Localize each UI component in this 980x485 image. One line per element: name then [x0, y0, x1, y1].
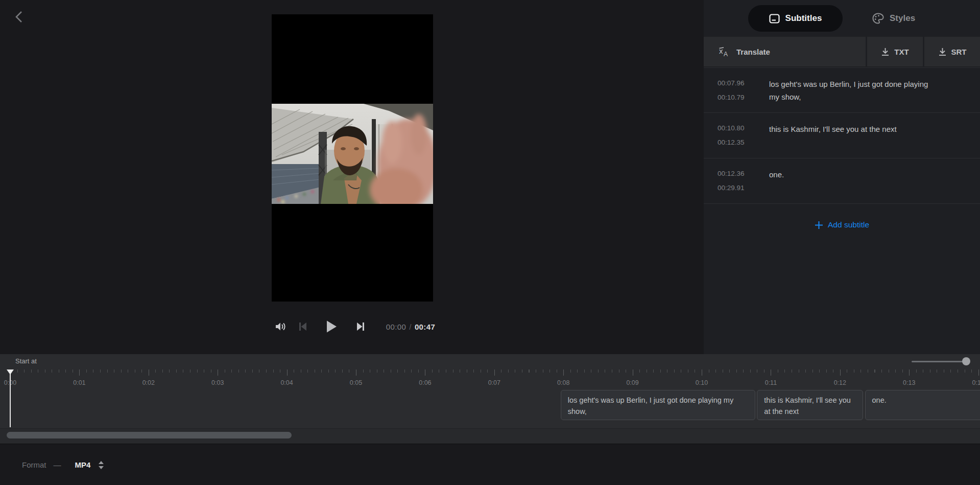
video-preview[interactable] [272, 14, 433, 302]
tab-styles[interactable]: Styles [867, 5, 920, 32]
tab-styles-label: Styles [890, 13, 915, 24]
skip-forward-icon [355, 321, 366, 332]
format-label: Format [22, 460, 46, 469]
subtitle-text[interactable]: one. [769, 168, 938, 181]
chevron-left-icon [14, 10, 23, 24]
subtitle-end: 00:12.35 [718, 135, 758, 150]
play-button[interactable] [324, 317, 339, 336]
subtitle-end: 00:10.79 [718, 90, 758, 105]
volume-button[interactable] [274, 317, 287, 336]
translate-icon: x A [719, 46, 730, 57]
timeline: Start at 0:000:010:020:030:040:050:060:0… [0, 354, 980, 444]
video-frame [272, 104, 433, 204]
subtitle-end: 00:29.91 [718, 181, 758, 195]
ruler-major-tick [494, 369, 495, 376]
panel-tabs: Subtitles Styles [704, 0, 980, 37]
ruler-major-tick [563, 369, 564, 376]
download-icon [938, 48, 947, 56]
srt-label: SRT [951, 48, 967, 56]
palette-icon [872, 13, 884, 24]
ruler-label: 0:04 [272, 379, 302, 386]
timeline-zoom-slider[interactable] [912, 361, 968, 362]
ruler-major-tick [840, 369, 841, 376]
ruler-label: 0:10 [686, 379, 717, 386]
subtitle-row[interactable]: 00:10.8000:12.35this is Kashmir, I'll se… [704, 113, 980, 158]
subtitle-track: los geht's was up Berlin, I just got don… [0, 390, 980, 425]
ruler-label: 0:12 [825, 379, 855, 386]
ruler-minor-ticks [10, 369, 980, 373]
subtitle-start: 00:12.36 [718, 167, 758, 181]
ruler-label: 0:01 [64, 379, 94, 386]
player-controls: 00:00 / 00:47 [270, 317, 443, 336]
subtitle-editor-app: 00:00 / 00:47 Subtitles Style [0, 0, 980, 485]
subtitle-row[interactable]: 00:12.3600:29.91one. [704, 158, 980, 204]
format-stepper[interactable] [99, 461, 104, 469]
timeline-subtitle-clip[interactable]: one. [865, 390, 980, 420]
ruler-label: 0:08 [548, 379, 579, 386]
subtitle-text[interactable]: los geht's was up Berlin, I just got don… [769, 78, 938, 103]
start-at-label: Start at [15, 357, 37, 365]
ruler-major-tick [702, 369, 702, 376]
back-button[interactable] [10, 8, 28, 26]
timeline-subtitle-clip[interactable]: this is Kashmir, I'll see you at the nex… [757, 390, 863, 420]
svg-text:A: A [724, 51, 728, 57]
ruler-major-tick [149, 369, 149, 376]
stepper-up-icon [99, 461, 104, 464]
subtitle-timestamps[interactable]: 00:10.8000:12.35 [718, 121, 758, 150]
subtitle-timestamps[interactable]: 00:07.9600:10.79 [718, 76, 758, 105]
download-txt-button[interactable]: TXT [867, 37, 923, 66]
ruler-label: 0:03 [202, 379, 233, 386]
translate-button[interactable]: x A Translate [704, 37, 866, 66]
stepper-down-icon [99, 466, 104, 469]
duration: 00:47 [415, 322, 435, 331]
tab-subtitles-label: Subtitles [785, 13, 822, 24]
next-button[interactable] [354, 317, 367, 336]
ruler-major-tick [356, 369, 356, 376]
ruler-major-tick [287, 369, 288, 376]
timeline-zoom-knob[interactable] [962, 357, 970, 365]
ruler-major-tick [909, 369, 910, 376]
timeline-scrollbar-thumb[interactable] [7, 432, 292, 438]
subtitle-start: 00:10.80 [718, 121, 758, 135]
ruler-label: 0:14 [963, 379, 980, 386]
volume-icon [274, 321, 286, 332]
ruler-label: 0:02 [133, 379, 164, 386]
previous-button[interactable] [296, 317, 309, 336]
ruler-label: 0:00 [0, 379, 26, 386]
download-srt-button[interactable]: SRT [924, 37, 980, 66]
timeline-subtitle-clip[interactable]: los geht's was up Berlin, I just got don… [561, 390, 755, 420]
tab-subtitles[interactable]: Subtitles [748, 5, 843, 32]
subtitle-text[interactable]: this is Kashmir, I'll see you at the nex… [769, 123, 938, 135]
subtitle-row[interactable]: 00:07.9600:10.79los geht's was up Berlin… [704, 67, 980, 113]
time-display: 00:00 / 00:47 [378, 317, 443, 336]
format-select[interactable]: MP4 [75, 460, 91, 469]
ruler-major-tick [633, 369, 633, 376]
format-group: Format — MP4 [22, 444, 104, 485]
plus-icon [815, 221, 823, 229]
time-separator: / [409, 322, 412, 331]
download-icon [881, 48, 890, 56]
subtitle-start: 00:07.96 [718, 76, 758, 90]
subtitle-toolbar: x A Translate TXT [704, 37, 980, 66]
ruler-major-tick [771, 369, 771, 376]
playhead-line [10, 370, 11, 427]
subtitles-icon [769, 14, 780, 24]
skip-back-icon [298, 321, 308, 332]
ruler-label: 0:11 [755, 379, 786, 386]
timeline-scrollbar [0, 429, 980, 444]
ruler-label: 0:06 [410, 379, 440, 386]
ruler-label: 0:05 [341, 379, 371, 386]
add-subtitle-button[interactable]: Add subtitle [704, 217, 980, 233]
ruler-major-tick [978, 369, 979, 376]
subtitle-timestamps[interactable]: 00:12.3600:29.91 [718, 167, 758, 195]
play-icon [325, 320, 338, 333]
timeline-ruler[interactable]: 0:000:010:020:030:040:050:060:070:080:09… [0, 369, 980, 390]
ruler-label: 0:09 [617, 379, 648, 386]
ruler-label: 0:13 [894, 379, 924, 386]
ruler-label: 0:07 [479, 379, 510, 386]
format-dash: — [54, 460, 61, 469]
subtitles-panel: Subtitles Styles x A Translate [704, 0, 980, 354]
txt-label: TXT [894, 48, 909, 56]
ruler-major-tick [218, 369, 218, 376]
playhead-handle[interactable] [7, 369, 14, 375]
